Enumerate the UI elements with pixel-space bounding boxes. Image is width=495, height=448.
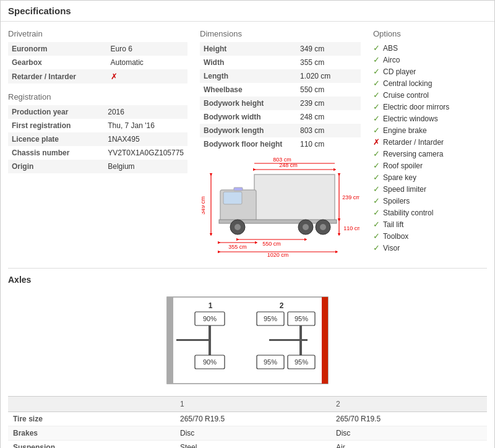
option-label: Airco xyxy=(383,56,400,64)
dim-label: Bodywork floor height xyxy=(200,137,296,151)
drivetrain-table: Euronorm Euro 6 Gearbox Automatic Retard… xyxy=(8,42,187,84)
table-row: Tire size 265/70 R19.5 265/70 R19.5 xyxy=(8,412,487,426)
truck-diagram: 248 cm 803 cm 239 cm 110 cm 349 cm xyxy=(200,156,361,258)
row-label: Origin xyxy=(8,160,104,173)
check-icon: ✓ xyxy=(373,161,380,170)
svg-point-8 xyxy=(303,224,309,230)
list-item: ✓Visor xyxy=(373,242,487,254)
row-val1: Steel xyxy=(175,441,331,449)
option-label: Visor xyxy=(383,244,400,252)
table-row: Gearbox Automatic xyxy=(8,56,187,69)
table-row: Length 1.020 cm xyxy=(200,69,361,83)
check-icon: ✓ xyxy=(373,243,380,252)
check-icon: ✓ xyxy=(373,90,380,100)
table-row: Height 349 cm xyxy=(200,42,361,56)
table-row: Bodywork length 803 cm xyxy=(200,124,361,137)
row-label: Production year xyxy=(8,105,104,119)
table-row: Retarder / Intarder ✗ xyxy=(8,69,187,84)
dim-label: Width xyxy=(200,56,296,69)
row-val2: Air xyxy=(331,441,487,449)
svg-rect-46 xyxy=(176,339,210,341)
row-val1: 265/70 R19.5 xyxy=(175,412,331,426)
dim-value: 355 cm xyxy=(296,56,361,69)
row-value: 1NAX495 xyxy=(104,132,187,146)
cross-icon: ✗ xyxy=(373,137,380,147)
dim-value: 349 cm xyxy=(296,42,361,56)
table-header-row: 1 2 xyxy=(8,397,487,412)
svg-rect-29 xyxy=(322,297,328,384)
svg-text:90%: 90% xyxy=(203,315,217,322)
check-icon: ✓ xyxy=(373,231,380,241)
table-row: Brakes Disc Disc xyxy=(8,426,487,441)
option-label: CD player xyxy=(383,67,416,76)
list-item: ✓Stability control xyxy=(373,207,487,218)
svg-point-10 xyxy=(320,224,326,230)
check-icon: ✓ xyxy=(373,184,380,194)
list-item: ✓Airco xyxy=(373,54,487,66)
svg-rect-2 xyxy=(223,192,242,204)
table-row: Width 355 cm xyxy=(200,56,361,69)
row-label: Euronorm xyxy=(8,42,107,56)
option-label: Electric windows xyxy=(383,114,438,123)
dim-label: Height xyxy=(200,42,296,56)
svg-text:1020 cm: 1020 cm xyxy=(267,252,288,258)
dim-label: Bodywork height xyxy=(200,97,296,110)
svg-text:95%: 95% xyxy=(295,358,308,366)
check-icon: ✓ xyxy=(373,208,380,217)
dim-value: 248 cm xyxy=(296,110,361,124)
row-value: 2016 xyxy=(104,105,187,119)
options-title: Options xyxy=(373,29,487,38)
check-icon: ✓ xyxy=(373,126,380,135)
option-label: Central locking xyxy=(383,79,432,88)
dim-value: 550 cm xyxy=(296,83,361,97)
row-label: Suspension xyxy=(8,441,175,449)
check-icon: ✓ xyxy=(373,67,380,76)
row-label: Tire size xyxy=(8,412,175,426)
option-label: Speed limiter xyxy=(383,185,426,194)
dim-value: 110 cm xyxy=(296,137,361,151)
list-item: ✗Retarder / Intarder xyxy=(373,136,487,148)
list-item: ✓Central locking xyxy=(373,77,487,89)
option-label: Cruise control xyxy=(383,91,429,100)
list-item: ✓ABS xyxy=(373,42,487,54)
svg-rect-28 xyxy=(167,297,173,384)
table-row: Euronorm Euro 6 xyxy=(8,42,187,56)
row-value: YV2T0X1A0GZ105775 xyxy=(104,146,187,160)
svg-text:90%: 90% xyxy=(203,358,217,366)
page-title: Specifications xyxy=(8,6,487,16)
axles-diagram: 1 2 90% 90% 95% 95% xyxy=(8,291,487,390)
axles-table: 1 2 Tire size 265/70 R19.5 265/70 R19.5 … xyxy=(8,396,487,448)
option-label: Reversing camera xyxy=(383,150,443,158)
row-label: Chassis number xyxy=(8,146,104,160)
row-val2: 265/70 R19.5 xyxy=(331,412,487,426)
table-row: Origin Belgium xyxy=(8,160,187,173)
row-val1: Disc xyxy=(175,426,331,441)
list-item: ✓Roof spoiler xyxy=(373,160,487,171)
table-row: Wheelbase 550 cm xyxy=(200,83,361,97)
svg-text:95%: 95% xyxy=(295,315,308,322)
col-header-2: 2 xyxy=(331,397,487,412)
svg-text:355 cm: 355 cm xyxy=(228,244,247,250)
dimensions-table: Height 349 cm Width 355 cm Length 1.020 … xyxy=(200,42,361,151)
dim-label: Wheelbase xyxy=(200,83,296,97)
table-row: Chassis number YV2T0X1A0GZ105775 xyxy=(8,146,187,160)
check-icon: ✓ xyxy=(373,196,380,205)
dimensions-title: Dimensions xyxy=(200,29,361,38)
registration-table: Production year 2016 First registration … xyxy=(8,105,187,173)
check-icon: ✓ xyxy=(373,102,380,111)
table-row: Bodywork height 239 cm xyxy=(200,97,361,110)
dim-label: Bodywork width xyxy=(200,110,296,124)
option-label: Engine brake xyxy=(383,126,427,135)
svg-text:239 cm: 239 cm xyxy=(342,194,359,200)
dim-value: 1.020 cm xyxy=(296,69,361,83)
table-row: Production year 2016 xyxy=(8,105,187,119)
row-value-cross: ✗ xyxy=(107,69,188,84)
row-val2: Disc xyxy=(331,426,487,441)
option-label: Spare key xyxy=(383,173,416,182)
list-item: ✓Speed limiter xyxy=(373,183,487,195)
options-list: ✓ABS ✓Airco ✓CD player ✓Central locking … xyxy=(373,42,487,254)
option-label: Stability control xyxy=(383,209,433,217)
axles-title: Axles xyxy=(8,275,487,285)
check-icon: ✓ xyxy=(373,220,380,229)
svg-rect-47 xyxy=(269,339,308,341)
